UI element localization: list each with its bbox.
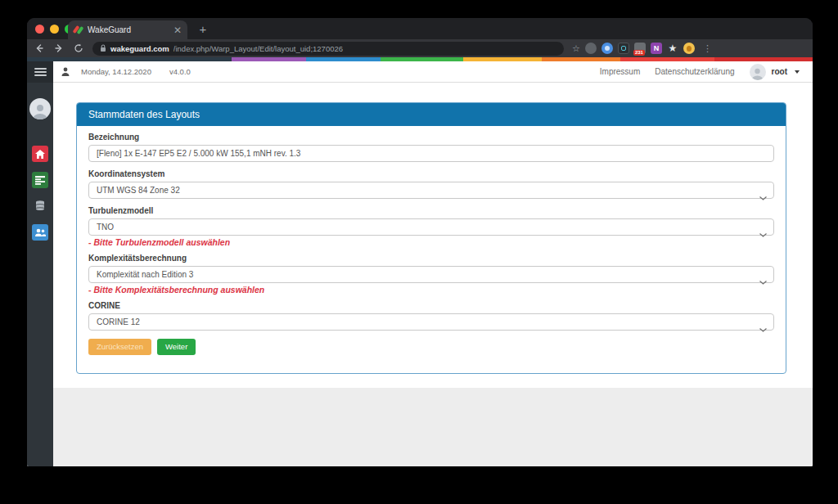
sidebar-layouts-button[interactable] bbox=[32, 172, 48, 188]
extension-gray-icon[interactable] bbox=[585, 43, 597, 54]
url-path: /index.php/Warp_Layout/Edit/layout_uid;1… bbox=[173, 44, 343, 53]
new-tab-button[interactable]: + bbox=[196, 22, 210, 37]
chevron-down-icon bbox=[759, 189, 767, 204]
field-label: CORINE bbox=[88, 301, 774, 311]
window-minimize-button[interactable] bbox=[50, 25, 59, 34]
header-version: v4.0.0 bbox=[169, 67, 191, 76]
browser-menu-icon[interactable]: ⋮ bbox=[703, 43, 712, 54]
field-label: Turbulenzmodell bbox=[88, 206, 774, 216]
extension-dark-icon[interactable] bbox=[618, 43, 629, 54]
extension-purple-icon[interactable] bbox=[651, 43, 662, 54]
field-corine: CORINE CORINE 12 bbox=[88, 301, 774, 331]
username: root bbox=[772, 67, 787, 76]
url-domain: wakeguard.com bbox=[110, 44, 169, 53]
home-icon bbox=[35, 150, 45, 159]
users-icon bbox=[34, 228, 46, 237]
hamburger-menu-icon[interactable] bbox=[27, 61, 53, 83]
form-buttons: Zurücksetzen Weiter bbox=[88, 339, 774, 355]
reload-icon[interactable] bbox=[71, 41, 86, 56]
wakeguard-favicon-icon bbox=[74, 25, 83, 34]
user-icon bbox=[61, 67, 70, 76]
browser-toolbar: wakeguard.com /index.php/Warp_Layout/Edi… bbox=[27, 39, 813, 57]
table-icon bbox=[35, 176, 45, 185]
card-body: Bezeichnung Koordinatensystem UTM WGS 84… bbox=[77, 126, 786, 373]
tab-title: WakeGuard bbox=[88, 25, 169, 34]
back-icon[interactable] bbox=[32, 41, 47, 56]
sidebar-users-button[interactable] bbox=[32, 224, 48, 241]
tab-close-icon[interactable]: ✕ bbox=[173, 26, 182, 34]
komplexitaetsberechnung-error: - Bitte Komplexitätsberechnung auswählen bbox=[88, 285, 774, 295]
extension-badge-icon[interactable]: 231 bbox=[634, 43, 646, 54]
page-background bbox=[53, 388, 813, 466]
header-right: Impressum Datenschutzerklärung root bbox=[600, 64, 800, 80]
chevron-down-icon bbox=[795, 70, 800, 74]
browser-profile-avatar[interactable] bbox=[683, 43, 695, 54]
chevron-down-icon bbox=[759, 226, 767, 241]
select-value: CORINE 12 bbox=[97, 317, 140, 326]
address-bar[interactable]: wakeguard.com /index.php/Warp_Layout/Edi… bbox=[92, 42, 564, 56]
extension-badge-count: 231 bbox=[633, 50, 645, 56]
extensions-row: ☆ 231 ★ ⋮ bbox=[572, 43, 719, 54]
screenshot-stage: WakeGuard ✕ + wakeguard.com /index.php/W… bbox=[0, 0, 838, 504]
field-turbulenzmodell: Turbulenzmodell TNO - Bitte Turbulenzmod… bbox=[88, 206, 774, 247]
field-bezeichnung: Bezeichnung bbox=[88, 133, 774, 162]
browser-tab-wakeguard[interactable]: WakeGuard ✕ bbox=[68, 20, 187, 39]
chevron-down-icon bbox=[759, 321, 767, 335]
lock-icon[interactable] bbox=[100, 44, 106, 52]
browser-tabstrip: WakeGuard ✕ + bbox=[27, 18, 813, 39]
card-title: Stammdaten des Layouts bbox=[77, 103, 786, 126]
corine-select[interactable]: CORINE 12 bbox=[88, 313, 774, 331]
select-value: Komplexität nach Edition 3 bbox=[97, 270, 193, 279]
field-label: Bezeichnung bbox=[88, 133, 774, 142]
extension-blue-icon[interactable] bbox=[601, 43, 613, 54]
main-area: Monday, 14.12.2020 v4.0.0 Impressum Date… bbox=[53, 61, 813, 466]
sidebar-user-avatar[interactable] bbox=[29, 98, 51, 119]
field-koordinatensystem: Koordinatensystem UTM WGS 84 Zone 32 bbox=[88, 169, 774, 199]
turbulenzmodell-error: - Bitte Turbulenzmodell auswählen bbox=[88, 237, 774, 247]
window-close-button[interactable] bbox=[35, 25, 44, 34]
field-komplexitaetsberechnung: Komplexitätsberechnung Komplexität nach … bbox=[88, 254, 774, 295]
field-label: Koordinatensystem bbox=[88, 169, 774, 179]
content-area: Stammdaten des Layouts Bezeichnung Koord… bbox=[53, 83, 813, 388]
database-icon bbox=[35, 200, 45, 212]
page: Monday, 14.12.2020 v4.0.0 Impressum Date… bbox=[27, 61, 813, 466]
select-value: UTM WGS 84 Zone 32 bbox=[97, 186, 180, 195]
koordinatensystem-select[interactable]: UTM WGS 84 Zone 32 bbox=[88, 182, 774, 199]
app-sidebar bbox=[27, 61, 53, 466]
header-avatar bbox=[750, 64, 766, 80]
field-label: Komplexitätsberechnung bbox=[88, 254, 774, 263]
forward-icon[interactable] bbox=[52, 41, 66, 56]
turbulenzmodell-select[interactable]: TNO bbox=[88, 218, 774, 236]
bezeichnung-input[interactable] bbox=[97, 149, 755, 158]
browser-window: WakeGuard ✕ + wakeguard.com /index.php/W… bbox=[27, 18, 813, 466]
zuruecksetzen-button[interactable]: Zurücksetzen bbox=[88, 339, 151, 355]
user-menu[interactable]: root bbox=[750, 64, 800, 80]
select-value: TNO bbox=[97, 223, 114, 232]
extension-pin-icon[interactable]: ★ bbox=[667, 43, 678, 54]
app-header: Monday, 14.12.2020 v4.0.0 Impressum Date… bbox=[53, 61, 813, 83]
impressum-link[interactable]: Impressum bbox=[600, 67, 640, 76]
sidebar-database-button[interactable] bbox=[32, 198, 48, 214]
chevron-down-icon bbox=[759, 273, 767, 288]
header-date: Monday, 14.12.2020 bbox=[81, 67, 151, 76]
weiter-button[interactable]: Weiter bbox=[157, 339, 196, 355]
layout-form-card: Stammdaten des Layouts Bezeichnung Koord… bbox=[76, 102, 786, 374]
sidebar-home-button[interactable] bbox=[32, 146, 48, 162]
datenschutz-link[interactable]: Datenschutzerklärung bbox=[655, 67, 734, 76]
bezeichnung-input-wrap bbox=[88, 145, 774, 162]
bookmark-star-icon[interactable]: ☆ bbox=[572, 43, 580, 54]
komplexitaetsberechnung-select[interactable]: Komplexität nach Edition 3 bbox=[88, 266, 774, 283]
